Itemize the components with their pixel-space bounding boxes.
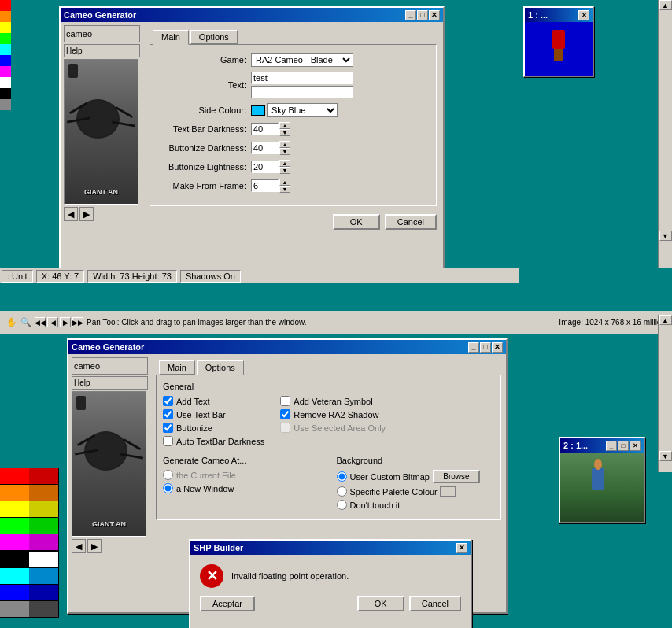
title-bar-buttons-1: _ □ ✕ [405, 10, 440, 20]
game-row: Game: RA2 Cameo - Blade [157, 53, 430, 67]
buttonize-checkbox[interactable] [163, 423, 173, 433]
color-palette-left [0, 0, 11, 268]
add-veteran-label: Add Veteran Symbol [294, 397, 372, 406]
mini-maximize-2[interactable]: □ [618, 441, 629, 451]
text-input-2[interactable] [251, 86, 353, 98]
buttonize-lightness-row: Buttonize Lightness: ▲ ▼ [157, 160, 430, 174]
mini-window-2: 2 : 1... _ □ ✕ [559, 437, 645, 523]
bottom-palette [0, 468, 59, 618]
shp-cancel-button[interactable]: Cancel [409, 596, 461, 611]
minimize-btn-1[interactable]: _ [405, 10, 416, 20]
title-bar-1: Cameo Generator _ □ ✕ [61, 8, 443, 22]
generate-new-radio[interactable] [163, 483, 173, 493]
buttonize-lightness-input[interactable] [251, 161, 279, 173]
text-bar-darkness-up[interactable]: ▲ [279, 122, 290, 129]
text-bar-darkness-row: Text Bar Darkness: ▲ ▼ [157, 122, 430, 136]
make-from-frame-down[interactable]: ▼ [279, 186, 290, 193]
game-select[interactable]: RA2 Cameo - Blade [251, 53, 353, 67]
window-title-1: Cameo Generator [64, 10, 136, 20]
minimize-btn-2[interactable]: _ [468, 342, 479, 353]
side-colour-label: Side Colour: [157, 105, 251, 115]
generate-current-label: the Current File [176, 471, 236, 480]
make-from-frame-up[interactable]: ▲ [279, 179, 290, 186]
maximize-btn-2[interactable]: □ [480, 342, 491, 353]
add-veteran-row: Add Veteran Symbol [280, 396, 386, 406]
window-title-2: Cameo Generator [72, 342, 144, 352]
use-text-bar-row: Use Text Bar [163, 409, 264, 419]
add-text-label: Add Text [176, 397, 210, 406]
browse-button[interactable]: Browse [433, 470, 480, 483]
bg-none-radio[interactable] [337, 500, 347, 510]
buttonize-darkness-up[interactable]: ▲ [279, 141, 290, 148]
mini-minimize-2[interactable]: _ [606, 441, 617, 451]
scroll-down-2[interactable]: ▼ [659, 451, 672, 461]
side-colour-select[interactable]: Sky Blue [267, 103, 338, 117]
main-panel-1: Game: RA2 Cameo - Blade Text: Side Colou… [150, 44, 437, 206]
add-veteran-checkbox[interactable] [280, 396, 290, 406]
mini-close-2[interactable]: ✕ [630, 441, 641, 451]
scroll-up-2[interactable]: ▲ [659, 315, 672, 325]
add-text-checkbox[interactable] [163, 396, 173, 406]
ok-button-1[interactable]: OK [333, 214, 380, 230]
maximize-btn-1[interactable]: □ [417, 10, 428, 20]
make-from-frame-input[interactable] [251, 179, 279, 192]
general-label: General [163, 382, 494, 391]
scroll-down[interactable]: ▼ [659, 231, 672, 241]
mini-title-buttons-1: ✕ [578, 10, 589, 20]
auto-textbar-checkbox[interactable] [163, 436, 173, 446]
shp-ok-button[interactable]: OK [357, 596, 404, 611]
bg-none-label: Don't touch it. [350, 501, 403, 510]
use-text-bar-checkbox[interactable] [163, 409, 173, 419]
shp-accept-button[interactable]: Aceptar [200, 596, 255, 611]
tab-options-2[interactable]: Options [197, 360, 244, 375]
tab-bar-2: Main Options [156, 357, 501, 375]
buttonize-lightness-down[interactable]: ▼ [279, 167, 290, 174]
bg-custom-radio[interactable] [337, 471, 347, 482]
bg-palette-label: Specific Palette Colour [350, 487, 438, 497]
shp-close-btn[interactable]: ✕ [456, 543, 467, 553]
close-btn-2[interactable]: ✕ [492, 342, 503, 353]
bg-palette-radio[interactable] [337, 486, 347, 497]
remove-shadow-checkbox[interactable] [280, 409, 290, 419]
text-input[interactable] [251, 72, 353, 84]
text-bar-darkness-input[interactable] [251, 123, 279, 135]
mini-title-1: 1 : ... [528, 10, 548, 20]
text-bar-darkness-spin: ▲ ▼ [251, 122, 290, 136]
status-coords: X: 46 Y: 7 [36, 270, 85, 283]
auto-textbar-row: Auto TextBar Darkness [163, 436, 264, 446]
nav-btn-3[interactable]: ▶ [60, 317, 71, 327]
scroll-up[interactable]: ▲ [659, 0, 672, 10]
tab-main-1[interactable]: Main [153, 30, 189, 45]
checkboxes-right: Add Veteran Symbol Remove RA2 Shadow Use… [280, 396, 386, 449]
buttonize-label: Buttonize [176, 423, 212, 433]
status-type: : Unit [2, 270, 33, 283]
nav-btn-1[interactable]: ◀◀ [35, 317, 46, 327]
nav-btn-4[interactable]: ▶▶ [72, 317, 83, 327]
tab-options-1[interactable]: Options [190, 30, 238, 44]
bg-none-row: Don't touch it. [337, 500, 495, 510]
buttonize-darkness-input[interactable] [251, 142, 279, 154]
tab-main-2[interactable]: Main [159, 360, 195, 375]
bg-custom-label: User Custom Bitmap [350, 472, 430, 482]
shp-title: SHP Builder [194, 543, 243, 552]
buttonize-lightness-spin-buttons: ▲ ▼ [279, 160, 290, 174]
background-label: Background [337, 456, 495, 465]
toolbar-area: ✋ 🔍 ◀◀ ◀ ▶ ▶▶ Pan Tool: Click and drag t… [0, 311, 672, 334]
close-btn-1[interactable]: ✕ [429, 10, 440, 20]
right-scrollbar-2: ▲ ▼ [658, 315, 672, 472]
generate-current-radio[interactable] [163, 470, 173, 480]
mini-title-2: 2 : 1... [563, 441, 588, 450]
shp-builder-dialog: SHP Builder ✕ ✕ Invalid floating point o… [189, 539, 472, 628]
cancel-button-1[interactable]: Cancel [385, 214, 437, 230]
buttonize-lightness-up[interactable]: ▲ [279, 160, 290, 167]
use-selected-area-checkbox[interactable] [280, 423, 290, 433]
buttonize-darkness-down[interactable]: ▼ [279, 148, 290, 155]
bg-palette-row: Specific Palette Colour [337, 486, 495, 497]
options-panel: General Add Text Use Text Bar [156, 375, 501, 520]
buttonize-darkness-spin: ▲ ▼ [251, 141, 290, 155]
mini-close-1[interactable]: ✕ [578, 10, 589, 20]
nav-btn-2[interactable]: ◀ [47, 317, 58, 327]
use-text-bar-label: Use Text Bar [176, 410, 226, 419]
text-bar-darkness-down[interactable]: ▼ [279, 129, 290, 136]
preview-label: cameo [66, 29, 92, 39]
